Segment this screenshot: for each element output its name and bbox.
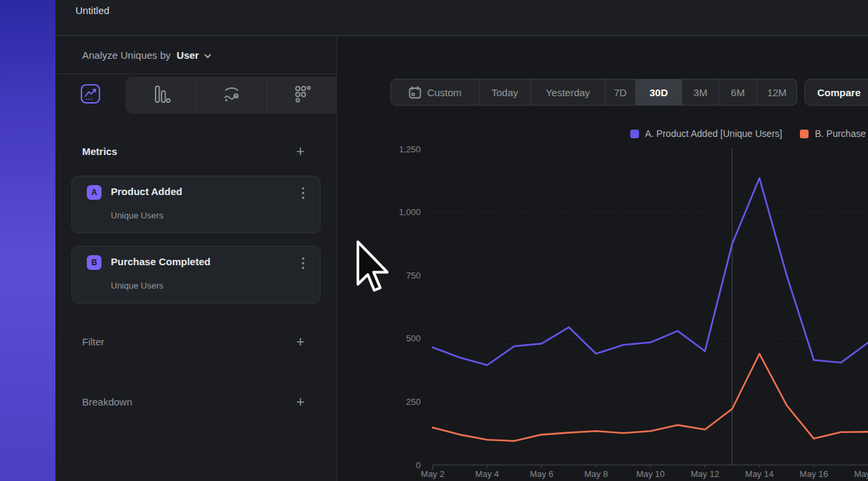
line-chart-icon — [80, 84, 101, 107]
top-header: Untitled — [55, 0, 868, 36]
tab-retention[interactable] — [266, 77, 337, 114]
range-custom[interactable]: Custom — [391, 79, 479, 105]
range-label: 6M — [731, 87, 745, 98]
range-label: Custom — [427, 87, 462, 98]
metric-card-purchase-completed[interactable]: B Purchase Completed Unique Users — [71, 246, 320, 303]
range-label: Yesterday — [546, 87, 590, 98]
report-title[interactable]: Untitled — [75, 5, 110, 16]
range-label: 30D — [650, 87, 668, 98]
retention-dots-icon — [292, 84, 312, 107]
range-label: Today — [491, 87, 518, 98]
range-label: 12M — [767, 87, 787, 98]
calendar-icon — [409, 86, 421, 99]
kebab-menu-icon[interactable] — [297, 186, 309, 200]
metrics-section-label: Metrics — [82, 146, 118, 157]
add-breakdown-button[interactable]: + — [292, 393, 309, 411]
compare-label: Compare — [817, 87, 861, 98]
tab-flows[interactable] — [196, 77, 266, 114]
analyze-row: Analyze Uniques by User — [55, 37, 337, 74]
metric-badge-a: A — [87, 185, 101, 200]
legend-swatch-purple — [630, 130, 639, 138]
funnel-bars-icon — [151, 84, 171, 107]
range-yesterday[interactable]: Yesterday — [530, 79, 605, 105]
metric-title: Product Added — [111, 186, 182, 197]
legend-label: A. Product Added [Unique Users] — [645, 128, 782, 139]
brand-gradient-strip — [0, 0, 55, 481]
chevron-down-icon[interactable] — [204, 49, 212, 61]
legend-label: B. Purchase Completed [Unique Users] — [815, 128, 868, 139]
flows-icon — [222, 84, 242, 107]
analyze-entity-select[interactable]: User — [177, 49, 199, 61]
metric-subtitle[interactable]: Unique Users — [111, 281, 164, 291]
range-today[interactable]: Today — [479, 79, 530, 105]
chart-type-tabstrip — [126, 77, 337, 114]
add-metric-button[interactable]: + — [292, 143, 309, 160]
filter-section-label: Filter — [82, 336, 104, 347]
metric-title: Purchase Completed — [111, 256, 210, 267]
legend-item-a[interactable]: A. Product Added [Unique Users] — [630, 128, 782, 139]
tab-funnels[interactable] — [126, 77, 196, 114]
compare-button[interactable]: Compare — [805, 79, 868, 106]
range-7d[interactable]: 7D — [605, 79, 635, 105]
range-6m[interactable]: 6M — [718, 79, 756, 105]
breakdown-section-label: Breakdown — [82, 396, 132, 408]
metric-badge-b: B — [87, 255, 101, 270]
app-window: Untitled Analyze Uniques by User — [0, 0, 868, 481]
metric-subtitle[interactable]: Unique Users — [111, 210, 164, 220]
analyze-prefix-label: Analyze Uniques by — [82, 49, 171, 61]
range-label: 3M — [694, 87, 708, 98]
legend-item-b[interactable]: B. Purchase Completed [Unique Users] — [800, 128, 868, 139]
range-30d-active[interactable]: 30D — [635, 79, 682, 105]
range-3m[interactable]: 3M — [682, 79, 718, 105]
add-filter-button[interactable]: + — [292, 333, 309, 351]
chart-legend: A. Product Added [Unique Users] B. Purch… — [630, 127, 868, 140]
legend-swatch-orange — [800, 130, 809, 138]
range-12m[interactable]: 12M — [756, 79, 797, 105]
tab-insights-active[interactable] — [55, 75, 126, 114]
range-label: 7D — [614, 87, 626, 98]
date-range-control: Custom Today Yesterday 7D 30D 3M 6M 12M — [391, 79, 797, 106]
metric-card-product-added[interactable]: A Product Added Unique Users — [71, 176, 320, 233]
kebab-menu-icon[interactable] — [297, 256, 309, 271]
